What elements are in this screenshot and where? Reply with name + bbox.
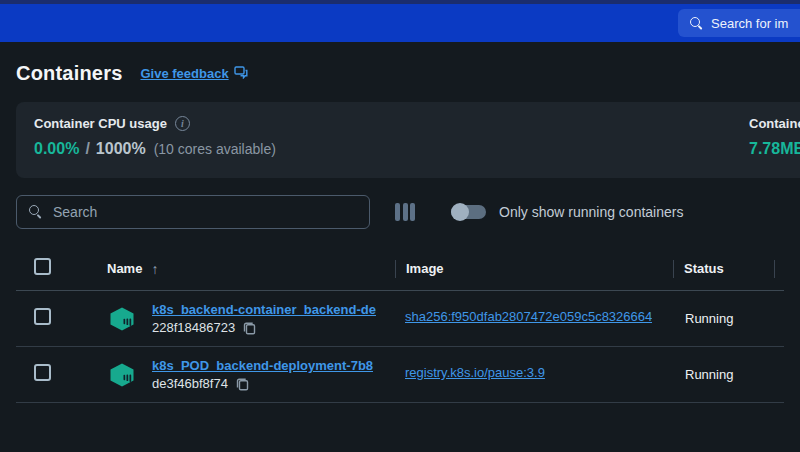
search-icon bbox=[29, 205, 43, 219]
container-name-link[interactable]: k8s_backend-container_backend-de bbox=[152, 302, 376, 317]
status-text: Running bbox=[685, 367, 733, 382]
page-title: Containers bbox=[16, 62, 122, 85]
memory-usage-value: 7.78MB / bbox=[749, 140, 800, 158]
column-header-status[interactable]: Status bbox=[673, 260, 774, 278]
table-row: k8s_POD_backend-deployment-7b8 de3f46bf8… bbox=[16, 347, 784, 403]
containers-search-box[interactable] bbox=[16, 195, 370, 229]
row-checkbox[interactable] bbox=[34, 364, 51, 381]
containers-toolbar: Only show running containers bbox=[16, 195, 784, 229]
copy-icon[interactable] bbox=[236, 377, 249, 391]
column-header-image[interactable]: Image bbox=[395, 260, 673, 278]
search-icon bbox=[690, 17, 703, 30]
running-only-toggle-label: Only show running containers bbox=[499, 204, 683, 220]
columns-settings-icon[interactable] bbox=[395, 203, 415, 221]
cpu-usage-value: 0.00% bbox=[34, 140, 79, 158]
containers-table: Name ↑ Image Status bbox=[16, 247, 784, 403]
column-header-name[interactable]: Name ↑ bbox=[90, 260, 395, 278]
table-row: k8s_backend-container_backend-de 228f184… bbox=[16, 291, 784, 347]
sort-ascending-icon: ↑ bbox=[151, 261, 158, 277]
copy-icon[interactable] bbox=[243, 321, 256, 335]
table-header-row: Name ↑ Image Status bbox=[16, 247, 784, 291]
cpu-usage-limit: 1000% bbox=[96, 140, 146, 158]
column-header-extra bbox=[774, 260, 785, 278]
containers-search-input[interactable] bbox=[53, 204, 357, 220]
image-link[interactable]: registry.k8s.io/pause:3.9 bbox=[405, 365, 545, 380]
global-search-label: Search for im bbox=[711, 16, 788, 31]
toggle-knob bbox=[451, 203, 469, 221]
row-checkbox[interactable] bbox=[34, 308, 51, 325]
app-topbar: Search for im bbox=[0, 4, 800, 42]
container-id: 228f18486723 bbox=[152, 320, 235, 335]
cpu-usage-separator: / bbox=[85, 140, 89, 158]
running-only-toggle[interactable] bbox=[451, 202, 486, 222]
select-all-checkbox[interactable] bbox=[34, 258, 51, 275]
feedback-bubble-icon bbox=[234, 66, 248, 82]
status-text: Running bbox=[685, 311, 733, 326]
container-id: de3f46bf8f74 bbox=[152, 376, 228, 391]
cpu-usage-stat: Container CPU usage i 0.00% / 1000% (10 … bbox=[34, 116, 276, 178]
memory-usage-label: Container m bbox=[749, 116, 800, 131]
give-feedback-link[interactable]: Give feedback bbox=[140, 66, 247, 82]
global-search-button[interactable]: Search for im bbox=[678, 9, 800, 37]
memory-usage-stat: Container m 7.78MB / bbox=[749, 116, 800, 158]
container-icon bbox=[109, 307, 135, 331]
give-feedback-label: Give feedback bbox=[140, 66, 228, 81]
container-name-link[interactable]: k8s_POD_backend-deployment-7b8 bbox=[152, 358, 373, 373]
table-body: k8s_backend-container_backend-de 228f184… bbox=[16, 291, 784, 403]
image-link[interactable]: sha256:f950dfab2807472e059c5c8326664 bbox=[405, 309, 652, 324]
cpu-cores-note: (10 cores available) bbox=[154, 141, 276, 157]
page-header: Containers Give feedback bbox=[16, 62, 784, 85]
info-icon[interactable]: i bbox=[175, 116, 190, 131]
resource-usage-card: Container CPU usage i 0.00% / 1000% (10 … bbox=[16, 102, 800, 178]
container-icon bbox=[109, 363, 135, 387]
cpu-usage-label: Container CPU usage bbox=[34, 116, 167, 131]
